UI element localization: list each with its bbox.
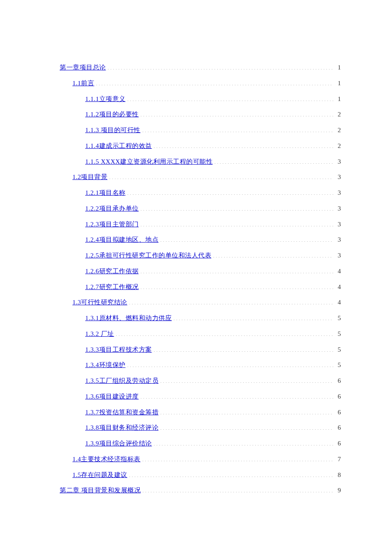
toc-link[interactable]: 1.1.5 XXXX建立资源化利用示工程的可能性 [85, 154, 213, 170]
toc-entry: 1.1前言1 [72, 75, 341, 91]
table-of-contents: 第一章项目总论11.1前言11.1.1立项意义11.1.2项目的必要性21.1.… [60, 60, 341, 498]
toc-leader-dots [116, 330, 333, 336]
toc-entry: 1.3.7投资估算和资金筹措6 [85, 405, 341, 420]
toc-leader-dots [141, 204, 334, 211]
toc-link[interactable]: 1.2项目背景 [72, 169, 107, 185]
toc-page-number: 4 [335, 263, 341, 279]
toc-link[interactable]: 1.2.6研究工作依据 [85, 263, 139, 279]
toc-page-number: 6 [335, 389, 341, 405]
toc-entry: 1.2.2项目承办单位3 [85, 201, 341, 217]
toc-link[interactable]: 1.3.4环境保护 [85, 357, 126, 373]
toc-link[interactable]: 1.1.4建成示工程的效益 [85, 138, 152, 154]
toc-entry: 1.2项目背景3 [72, 169, 341, 185]
toc-link[interactable]: 1.3.7投资估算和资金筹措 [85, 405, 159, 420]
toc-leader-dots [129, 471, 333, 477]
toc-entry: 1.5存在问题及建议8 [72, 467, 341, 483]
toc-entry: 1.2.4项目拟建地区、地点3 [85, 232, 341, 248]
toc-page-number: 6 [335, 373, 341, 389]
toc-link[interactable]: 1.2.5承担可行性研究工作的单位和法人代表 [85, 248, 211, 263]
toc-page-number: 1 [335, 60, 341, 75]
toc-link[interactable]: 1.3.9项目综合评价结论 [85, 436, 152, 451]
toc-link[interactable]: 1.3.8项目财务和经济评论 [85, 420, 159, 436]
toc-entry: 1.3.4环境保护5 [85, 357, 341, 373]
toc-page-number: 9 [335, 483, 341, 498]
toc-leader-dots [160, 408, 333, 414]
toc-page-number: 5 [335, 357, 341, 373]
toc-link[interactable]: 1.3.2 厂址 [85, 326, 114, 342]
toc-entry: 1.2.5承担可行性研究工作的单位和法人代表3 [85, 248, 341, 263]
toc-leader-dots [141, 392, 334, 399]
toc-link[interactable]: 1.2.7研究工作概况 [85, 279, 139, 295]
toc-leader-dots [127, 361, 334, 367]
toc-entry: 1.4主要技术经济指标表7 [72, 451, 341, 467]
toc-page-number: 1 [335, 75, 341, 91]
toc-link[interactable]: 1.1.3 项目的可行性 [85, 122, 141, 138]
toc-entry: 1.2.3项目主管部门3 [85, 217, 341, 232]
toc-page-number: 4 [335, 279, 341, 295]
toc-leader-dots [141, 220, 334, 226]
toc-leader-dots [141, 110, 334, 116]
toc-link[interactable]: 1.3.5工厂组织及劳动定员 [85, 373, 159, 389]
toc-entry: 1.1.2项目的必要性2 [85, 107, 341, 122]
toc-leader-dots [160, 423, 333, 430]
toc-leader-dots [142, 455, 333, 461]
toc-page-number: 6 [335, 420, 341, 436]
toc-link[interactable]: 1.1.1立项意义 [85, 91, 126, 107]
toc-entry: 1.3.1原材料、燃料和动力供应5 [85, 310, 341, 326]
toc-page-number: 2 [335, 107, 341, 122]
toc-leader-dots [96, 79, 333, 85]
toc-link[interactable]: 1.2.3项目主管部门 [85, 217, 139, 232]
toc-leader-dots [141, 283, 334, 289]
toc-entry: 1.1.5 XXXX建立资源化利用示工程的可能性3 [85, 154, 341, 170]
toc-leader-dots [127, 95, 334, 101]
toc-page-number: 2 [335, 138, 341, 154]
toc-entry: 第一章项目总论1 [60, 60, 341, 75]
toc-page-number: 6 [335, 436, 341, 451]
toc-link[interactable]: 第一章项目总论 [60, 60, 106, 75]
toc-link[interactable]: 第二章 项目背景和发展概况 [60, 483, 141, 498]
toc-entry: 1.2.7研究工作概况4 [85, 279, 341, 295]
toc-page-number: 2 [335, 122, 341, 138]
toc-page-number: 7 [335, 451, 341, 467]
toc-link[interactable]: 1.4主要技术经济指标表 [72, 451, 141, 467]
toc-entry: 1.3.9项目综合评价结论6 [85, 436, 341, 451]
toc-leader-dots [129, 298, 333, 304]
toc-link[interactable]: 1.3.6项目建设进度 [85, 389, 139, 405]
toc-link[interactable]: 1.2.2项目承办单位 [85, 201, 139, 217]
toc-link[interactable]: 1.2.4项目拟建地区、地点 [85, 232, 159, 248]
toc-leader-dots [214, 157, 333, 164]
toc-leader-dots [141, 267, 334, 273]
toc-link[interactable]: 1.3.3项目工程技术方案 [85, 342, 152, 358]
toc-link[interactable]: 1.2.1项目名称 [85, 185, 126, 201]
toc-leader-dots [154, 345, 334, 352]
toc-page-number: 5 [335, 342, 341, 358]
toc-entry: 1.3可行性研究结论4 [72, 295, 341, 310]
toc-page-number: 3 [335, 169, 341, 185]
toc-page-number: 3 [335, 185, 341, 201]
toc-leader-dots [160, 376, 333, 383]
toc-link[interactable]: 1.3.1原材料、燃料和动力供应 [85, 310, 172, 326]
toc-page-number: 1 [335, 91, 341, 107]
toc-leader-dots [108, 63, 334, 69]
toc-entry: 1.3.2 厂址5 [85, 326, 341, 342]
toc-entry: 1.1.4建成示工程的效益2 [85, 138, 341, 154]
toc-entry: 第二章 项目背景和发展概况9 [60, 483, 341, 498]
toc-leader-dots [213, 251, 333, 257]
toc-link[interactable]: 1.1.2项目的必要性 [85, 107, 139, 122]
toc-leader-dots [154, 142, 334, 148]
toc-entry: 1.1.1立项意义1 [85, 91, 341, 107]
toc-entry: 1.2.6研究工作依据4 [85, 263, 341, 279]
toc-page-number: 3 [335, 217, 341, 232]
toc-link[interactable]: 1.5存在问题及建议 [72, 467, 127, 483]
toc-page-number: 3 [335, 201, 341, 217]
toc-page-number: 5 [335, 310, 341, 326]
toc-entry: 1.3.5工厂组织及劳动定员6 [85, 373, 341, 389]
toc-page-number: 3 [335, 248, 341, 263]
toc-link[interactable]: 1.1前言 [72, 75, 94, 91]
toc-entry: 1.3.6项目建设进度6 [85, 389, 341, 405]
toc-leader-dots [109, 173, 333, 179]
toc-page-number: 5 [335, 326, 341, 342]
toc-entry: 1.3.8项目财务和经济评论6 [85, 420, 341, 436]
toc-link[interactable]: 1.3可行性研究结论 [72, 295, 127, 310]
toc-leader-dots [142, 486, 333, 492]
